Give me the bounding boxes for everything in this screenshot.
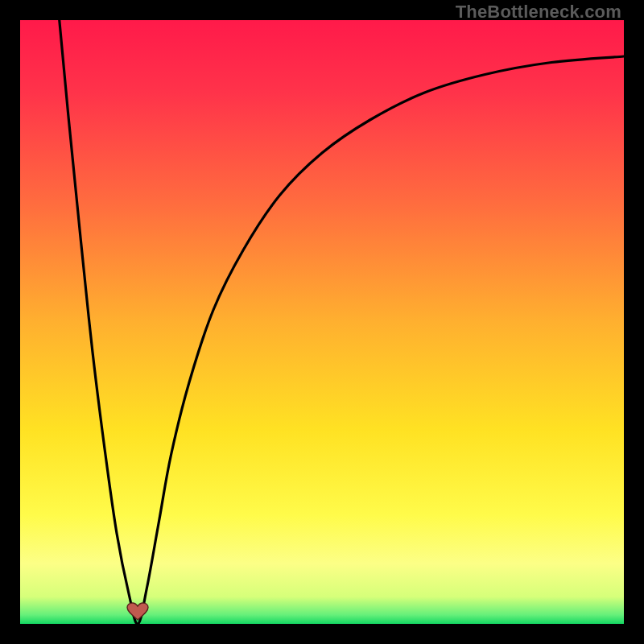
bottleneck-curve	[20, 20, 624, 624]
watermark-text: TheBottleneck.com	[456, 2, 621, 23]
optimum-heart-marker	[126, 602, 149, 621]
plot-frame	[20, 20, 624, 624]
